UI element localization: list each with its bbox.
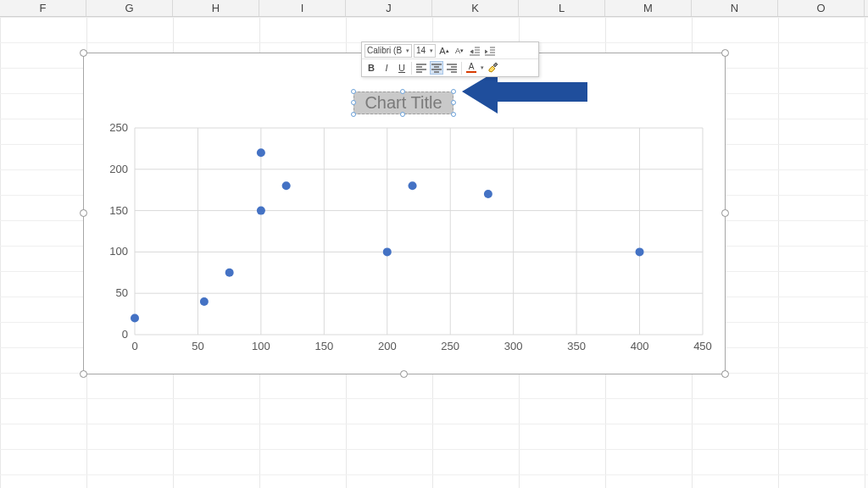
- format-painter-button[interactable]: [486, 61, 499, 75]
- resize-handle[interactable]: [80, 209, 87, 217]
- chevron-down-icon: ▾: [406, 47, 409, 54]
- title-handle[interactable]: [351, 100, 356, 105]
- svg-text:50: 50: [116, 286, 128, 299]
- svg-text:100: 100: [252, 340, 270, 352]
- col-header[interactable]: N: [692, 0, 778, 16]
- svg-text:50: 50: [192, 340, 203, 352]
- svg-text:300: 300: [504, 340, 523, 352]
- underline-button[interactable]: U: [395, 61, 409, 75]
- col-header[interactable]: H: [173, 0, 259, 16]
- resize-handle[interactable]: [80, 49, 87, 57]
- col-header[interactable]: O: [778, 0, 865, 16]
- title-handle[interactable]: [400, 89, 405, 94]
- svg-text:350: 350: [567, 340, 586, 352]
- title-handle[interactable]: [451, 100, 456, 105]
- title-handle[interactable]: [351, 112, 356, 117]
- col-header[interactable]: M: [605, 0, 692, 16]
- scatter-plot: 0501001502002500501001502002503003504004…: [135, 128, 703, 365]
- title-handle[interactable]: [451, 89, 456, 94]
- font-size-value: 14: [416, 46, 426, 55]
- svg-point-38: [383, 247, 392, 256]
- svg-text:150: 150: [314, 340, 333, 352]
- svg-text:0: 0: [131, 340, 137, 352]
- resize-handle[interactable]: [721, 49, 729, 57]
- svg-point-32: [131, 313, 139, 322]
- font-name-dropdown[interactable]: Calibri (B▾: [364, 44, 412, 58]
- increase-font-button[interactable]: A▴: [437, 44, 451, 58]
- svg-text:100: 100: [109, 245, 128, 258]
- svg-text:250: 250: [109, 121, 128, 134]
- svg-point-41: [636, 247, 644, 256]
- svg-text:200: 200: [378, 340, 397, 352]
- chevron-down-icon: ▾: [430, 47, 433, 54]
- title-handle[interactable]: [351, 89, 356, 94]
- svg-point-36: [257, 148, 265, 157]
- italic-button[interactable]: I: [380, 61, 393, 75]
- col-header[interactable]: L: [519, 0, 605, 16]
- svg-text:200: 200: [109, 163, 128, 175]
- svg-text:400: 400: [631, 340, 649, 352]
- svg-point-37: [282, 181, 291, 190]
- align-left-icon: [416, 63, 426, 73]
- col-header[interactable]: F: [0, 0, 86, 16]
- chart-title-text: Chart Title: [364, 93, 442, 112]
- resize-handle[interactable]: [400, 370, 408, 378]
- col-header[interactable]: I: [259, 0, 346, 16]
- svg-point-34: [225, 269, 234, 277]
- paintbrush-icon: [487, 63, 498, 74]
- font-size-dropdown[interactable]: 14▾: [414, 44, 436, 58]
- align-left-button[interactable]: [415, 61, 428, 75]
- svg-text:450: 450: [693, 340, 712, 352]
- resize-handle[interactable]: [721, 209, 729, 217]
- increase-indent-icon: [485, 46, 495, 56]
- svg-text:0: 0: [122, 328, 128, 341]
- title-handle[interactable]: [451, 112, 456, 117]
- align-right-icon: [447, 63, 457, 73]
- title-handle[interactable]: [400, 112, 405, 117]
- decrease-indent-icon: [470, 46, 480, 56]
- decrease-font-button[interactable]: A▾: [453, 44, 466, 58]
- decrease-indent-button[interactable]: [468, 44, 481, 58]
- align-center-button[interactable]: [430, 61, 443, 75]
- chart-object[interactable]: Chart Title 0501001502002500501001502002…: [83, 53, 726, 374]
- font-color-indicator: [466, 71, 476, 73]
- svg-point-35: [257, 207, 265, 215]
- chart-title[interactable]: Chart Title: [353, 92, 453, 114]
- separator: [461, 62, 462, 75]
- resize-handle[interactable]: [721, 370, 729, 378]
- separator: [411, 62, 412, 75]
- svg-point-39: [409, 181, 417, 190]
- svg-point-33: [200, 297, 209, 306]
- align-right-button[interactable]: [445, 61, 459, 75]
- svg-text:150: 150: [109, 204, 128, 217]
- increase-indent-button[interactable]: [483, 44, 497, 58]
- svg-text:250: 250: [441, 340, 459, 352]
- col-header[interactable]: K: [432, 0, 519, 16]
- col-header[interactable]: J: [346, 0, 432, 16]
- font-name-value: Calibri (B: [367, 46, 402, 55]
- chevron-down-icon[interactable]: ▾: [481, 64, 484, 71]
- column-headers: F G H I J K L M N O: [0, 0, 868, 17]
- resize-handle[interactable]: [80, 370, 87, 378]
- plot-area[interactable]: 0501001502002500501001502002503003504004…: [135, 128, 703, 335]
- col-header[interactable]: G: [86, 0, 173, 16]
- svg-point-40: [484, 190, 492, 198]
- spreadsheet-grid[interactable]: Calibri (B▾ 14▾ A▴ A▾ B I U: [0, 17, 868, 488]
- bold-button[interactable]: B: [364, 61, 378, 75]
- align-center-icon: [431, 63, 442, 73]
- mini-toolbar[interactable]: Calibri (B▾ 14▾ A▴ A▾ B I U: [361, 42, 539, 77]
- font-color-button[interactable]: A: [465, 61, 478, 75]
